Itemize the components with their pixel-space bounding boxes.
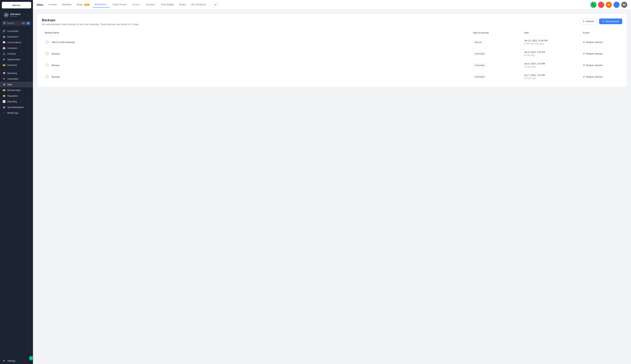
tab-websites[interactable]: Websites (60, 2, 74, 8)
sidebar-item-label: Dashboard (7, 36, 18, 38)
date-relative: (a few seconds ago) (524, 42, 583, 45)
backup-date: Jan 8, 2024, 2:33 PM (2 days ago) (524, 62, 583, 68)
restore-icon: ↺ (583, 52, 585, 55)
backup-now-button[interactable]: ↻ Backup Now (599, 18, 622, 24)
bell-button[interactable]: 🔔 (606, 2, 612, 8)
chevron-down-icon: ▾ (107, 4, 108, 6)
sidebar-item-payments[interactable]: 💳 Payments (0, 62, 33, 68)
sidebar-item-label: App Marketplace (7, 106, 24, 108)
sidebar-item-marketing[interactable]: 📢 Marketing (0, 70, 33, 76)
sidebar-settings[interactable]: ⚙ Settings (0, 358, 33, 364)
sidebar-item-dashboard[interactable]: ▦ Dashboard (0, 34, 33, 40)
phone-icon: 📞 (592, 3, 595, 6)
automation-icon: ⚙ (2, 78, 6, 80)
sidebar-item-reputation[interactable]: ⭐ Reputation (0, 93, 33, 99)
restore-version-button[interactable]: ↺ Restore Version (583, 74, 603, 79)
user-location: DALLAS, (10, 15, 26, 17)
user-avatar-button[interactable]: RK (621, 2, 627, 8)
launchpad-icon: 🚀 (2, 30, 6, 32)
restore-version-button[interactable]: ↺ Restore Version (583, 52, 603, 56)
dashboard-icon: ▦ (2, 35, 6, 38)
gear-icon: ⚙ (214, 3, 217, 6)
backup-name: Site 01 (Files Backup) (52, 41, 75, 44)
badge-automated: Automated (473, 75, 486, 78)
badge-manual: Manual (473, 40, 484, 44)
help-button[interactable]: ❓ (614, 2, 620, 8)
tab-client-portal[interactable]: Client Portal ▾ (110, 2, 130, 8)
tab-funnels[interactable]: Funnels (46, 2, 59, 8)
sidebar-item-contacts[interactable]: 👤 Contacts (0, 51, 33, 56)
add-button[interactable]: + (27, 22, 30, 25)
new-badge: New (84, 4, 90, 6)
tab-blogs[interactable]: Blogs New (74, 2, 92, 8)
refresh-label: Refresh (586, 20, 594, 23)
restore-version-button[interactable]: ↺ Restore Version (583, 63, 603, 68)
sidebar-item-automation[interactable]: ⚙ Automation (0, 76, 33, 82)
backup-name-cell: Site 01 (Files Backup) (45, 40, 473, 45)
table-header: Backup Name Type of backup Date Action (42, 30, 622, 36)
col-action: Action (583, 32, 619, 34)
phone-button[interactable]: 📞 (590, 2, 596, 8)
mobile-app-icon: 📱 (2, 112, 6, 114)
backup-type: Automated (473, 52, 524, 56)
restore-icon: ↺ (583, 75, 585, 78)
date-main: Jan 10, 2024, 12:09 PM (524, 39, 583, 42)
date-main: Jan 9, 2024, 2:33 PM (524, 51, 583, 54)
sidebar-item-label: Calendars (7, 47, 18, 50)
tab-chat-widget[interactable]: Chat Widget (159, 2, 176, 8)
tab-wordpress[interactable]: WordPress ▾ (92, 2, 110, 8)
search-icon: 🔍 (3, 22, 6, 24)
sidebar-item-reporting[interactable]: 📈 Reporting (0, 99, 33, 104)
badge-automated: Automated (473, 52, 486, 56)
backup-name: Backup (52, 76, 60, 78)
date-main: Jan 7, 2024, 2:34 PM (524, 74, 583, 76)
reporting-icon: 📈 (2, 100, 6, 103)
settings-gear-button[interactable]: ⚙ (213, 2, 218, 8)
sidebar-item-label: Memberships (7, 89, 20, 92)
sidebar-item-label: Launchpad (7, 30, 18, 32)
header-actions: 📞 📣 🔔 ❓ RK (590, 2, 627, 8)
sidebar-item-app-marketplace[interactable]: ▦ App Marketplace (0, 104, 33, 110)
sidebar-item-launchpad[interactable]: 🚀 Launchpad (0, 28, 33, 34)
app-marketplace-icon: ▦ (2, 106, 6, 108)
payments-icon: 💳 (2, 64, 6, 66)
sidebar-item-conversations[interactable]: 💬 Conversations (0, 40, 33, 45)
restore-icon: ↺ (583, 41, 585, 44)
backups-title: Backups (42, 18, 139, 22)
restore-version-button[interactable]: ↺ Restore Version (583, 40, 603, 44)
sidebar-item-label: Reporting (7, 100, 17, 103)
tab-surveys[interactable]: Surveys ▾ (144, 2, 158, 8)
sidebar-item-label: Mobile App (7, 112, 18, 114)
sidebar-item-sites[interactable]: 🖥 Sites (0, 82, 33, 87)
sidebar-item-mobile-app[interactable]: 📱 Mobile App (0, 110, 33, 116)
sidebar-item-label: Automation (7, 78, 18, 80)
backup-date: Jan 10, 2024, 12:09 PM (a few seconds ag… (524, 39, 583, 45)
collapse-button[interactable]: ‹ (29, 356, 33, 360)
user-profile[interactable]: 0A 0aSivakasi DALLAS, ⌄ (2, 11, 32, 19)
backup-action: ↺ Restore Version (583, 40, 619, 44)
tab-media[interactable]: Media (177, 2, 188, 8)
opportunities-icon: ⚡ (2, 58, 6, 61)
search-bar[interactable]: 🔍 Search ⌘K + (2, 21, 31, 26)
date-relative: (2 days ago) (524, 65, 583, 68)
backup-icon: ↻ (602, 20, 604, 23)
calendars-icon: 📅 (2, 47, 6, 50)
megaphone-button[interactable]: 📣 (598, 2, 604, 8)
tab-forms[interactable]: Forms ▾ (130, 2, 143, 8)
search-label: Search (7, 22, 20, 24)
backups-header: Backups We automatically create backup f… (42, 18, 622, 26)
chevron-down-icon: ⌄ (28, 14, 29, 16)
sidebar-item-memberships[interactable]: 🎫 Memberships (0, 87, 33, 93)
chevron-left-icon: ‹ (31, 357, 32, 360)
refresh-button[interactable]: ↻ Refresh (580, 18, 597, 24)
sidebar-item-opportunities[interactable]: ⚡ Opportunities (0, 56, 33, 62)
sidebar-item-label: Marketing (7, 72, 17, 74)
main-content: Sites Funnels Websites Blogs New WordPre… (33, 0, 631, 364)
megaphone-icon: 📣 (600, 3, 603, 6)
backups-actions: ↻ Refresh ↻ Backup Now (580, 18, 622, 24)
sidebar-item-calendars[interactable]: 📅 Calendars (0, 45, 33, 51)
backup-name-cell: Backup (45, 51, 473, 56)
notification-dot (602, 2, 604, 4)
chevron-down-icon: ▾ (126, 4, 127, 6)
tab-url-redirects[interactable]: URL Redirects (188, 2, 208, 8)
